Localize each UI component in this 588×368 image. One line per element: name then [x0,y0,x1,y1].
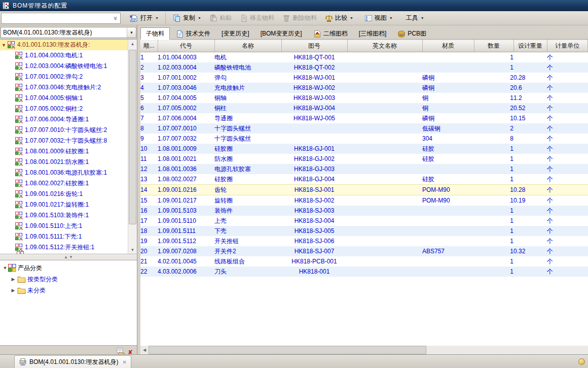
delete-material-button[interactable]: 删除物料 [279,12,320,24]
cell-unit: 个 [547,195,588,206]
tree-item[interactable]: 1.02.003.0004:磷酸铁锂电池:1 [0,61,128,72]
table-row[interactable]: 16 1.09.001.5103 装饰件 HK818-SJ-003 1 个 [140,206,588,216]
column-header[interactable]: 图号 [281,40,347,52]
tree-item[interactable]: 1.09.001.5110:上壳:1 [0,221,128,231]
table-row[interactable]: 6 1.07.005.0002 铜柱 HK818-WJ-004 铜 2 0.52… [140,103,588,113]
table-row[interactable]: 12 1.08.001.0036 电源孔软胶塞 HK818-GJ-003 1 个 [140,164,588,174]
table-row[interactable]: 7 1.07.006.0004 导通圈 HK818-WJ-005 磷铜 1 0.… [140,113,588,123]
bom-view-tab[interactable]: BOM(4.01.001.0130:理发器机身) ✕ [14,355,131,368]
table-row[interactable]: 17 1.09.001.5110 上壳 HK818-SJ-004 1 个 [140,216,588,226]
compare-button[interactable]: 比较 ▼ [321,12,357,24]
tab-label: 二维图档 [323,29,348,38]
column-header[interactable]: 数量 [474,40,513,52]
detail-tab[interactable]: [BOM变更历史] [255,28,307,39]
tree-item[interactable]: 1.08.001.0021:防水圈:1 [0,157,128,168]
column-header[interactable]: 设计重量 [513,40,547,52]
table-row[interactable]: 8 1.07.007.0010 十字圆头螺丝 低碳钢 2 个 [140,123,588,133]
paste-button[interactable]: 粘贴 [206,12,235,24]
tree-item[interactable]: 1.07.007.0010:十字圆头螺丝:2 [0,125,128,136]
detail-tab[interactable]: 技术文件 [171,28,215,39]
table-row[interactable]: 13 1.08.002.0027 硅胶圈 HK818-GJ-004 硅胶 1 个 [140,174,588,185]
folder-icon [17,276,26,283]
cell-seq: 13 [140,174,158,185]
tree-item[interactable]: 1.08.001.0036:电源孔软胶塞:1 [0,168,128,178]
column-header[interactable]: 计量单位 [547,40,588,52]
table-row[interactable]: 18 1.09.001.5111 下壳 HK818-SJ-005 1 个 [140,226,588,236]
column-header[interactable]: 代号 [158,40,214,52]
chevron-down-icon[interactable]: ▼ [2,43,8,48]
cell-english [347,236,422,246]
copy-icon [173,14,181,22]
classification-folder[interactable]: ▶ 未分类 [0,285,137,296]
tree-item[interactable]: 1.01.004.0003:电机:1 [0,50,128,61]
remove-material-button[interactable]: 移去物料 [236,12,278,24]
table-row[interactable]: 19 1.09.001.5112 开关推钮 HK818-SJ-006 1 个 [140,236,588,246]
column-header[interactable]: 名称 [214,40,281,52]
table-row[interactable]: 3 1.07.001.0002 弹勾 HK818-WJ-001 磷铜 2 0.2… [140,73,588,83]
tree-item[interactable]: 1.07.007.0032:十字圆头螺丝:8 [0,136,128,146]
column-header[interactable]: 材质 [422,40,474,52]
scroll-down-icon[interactable]: ▼ [128,246,137,254]
table-hscrollbar[interactable]: ◀ [140,346,588,354]
hscrollbar-thumb[interactable] [149,346,426,354]
chevron-right-icon[interactable]: ▶ [10,277,16,282]
table-row[interactable]: 21 4.02.001.0045 线路板组合 HK818-PCB-001 1 个 [140,256,588,266]
chevron-down-icon[interactable]: ▼ [2,265,8,271]
tree-item[interactable]: 1.07.003.0046:充电接触片:2 [0,82,128,93]
detail-tab[interactable]: 二维图档 [308,28,353,39]
tree-item[interactable]: 1.09.001.0216:齿轮:1 [0,189,128,199]
table-row[interactable]: 22 4.03.002.0006 刀头 HK818-001 1 个 [140,266,588,277]
tree-item[interactable]: 1.08.002.0027:硅胶圈:1 [0,178,128,189]
panel-splitter[interactable]: ▲ ▼ [0,254,137,260]
detail-tab[interactable]: [变更历史] [216,28,254,39]
tools-button[interactable]: 工具 ▼ [402,12,428,24]
tree-item[interactable]: 1.07.006.0004:导通圈:1 [0,114,128,125]
tree-item[interactable]: 1.07.004.0005:铜轴:1 [0,93,128,104]
combo-overflow-icon[interactable]: » [113,16,118,20]
tree-item[interactable]: 1.09.001.5111:下壳:1 [0,231,128,242]
tree-item[interactable]: 1.09.001.0217:旋转圈:1 [0,199,128,210]
table-row[interactable]: 2 1.02.003.0004 磷酸铁锂电池 HK818-QT-002 1 个 [140,62,588,73]
view-button[interactable]: 视图 ▼ [361,12,396,24]
scroll-left-icon[interactable]: ◀ [140,348,149,352]
close-icon[interactable]: ✕ [122,359,126,365]
table-row[interactable]: 14 1.09.001.0216 齿轮 HK818-SJ-001 POM-M90… [140,185,588,195]
tree-item[interactable]: 1.07.001.0002:弹勾:2 [0,72,128,82]
chevron-down-icon[interactable]: ▼ [127,27,136,38]
tree-scrollbar[interactable]: ▲ ▼ [128,40,137,254]
cell-seq: 7 [140,113,158,123]
classification-folder[interactable]: ▶ 按类型分类 [0,274,137,285]
table-row[interactable]: 15 1.09.001.0217 旋转圈 HK818-SJ-002 POM-M9… [140,195,588,206]
detail-tab[interactable]: PCB图 [392,28,431,39]
scroll-up-icon[interactable]: ▲ [128,40,137,48]
table-row[interactable]: 11 1.08.001.0021 防水圈 HK818-GJ-002 硅胶 1 个 [140,154,588,164]
part-icon [15,180,23,188]
remove-material-icon [240,14,248,22]
copy-button[interactable]: 复制 ▼ [169,12,205,24]
table-row[interactable]: 20 1.09.007.0208 开关件2 HK818-SJ-007 ABS75… [140,246,588,256]
detail-tab[interactable]: 子物料 [140,27,170,40]
table-row[interactable]: 10 1.08.001.0009 硅胶圈 HK818-GJ-001 硅胶 1 个 [140,144,588,154]
quick-filter-combo[interactable]: » [1,13,121,24]
splitter-down-icon[interactable]: ▼ [69,255,73,259]
scrollbar-thumb[interactable] [129,50,136,224]
open-button[interactable]: 打开 ▼ [126,12,162,24]
table-row[interactable]: 1 1.01.004.0003 电机 HK818-QT-001 1 个 [140,52,588,63]
tree-item[interactable]: 1.08.001.0009:硅胶圈:1 [0,146,128,157]
tree-item[interactable]: 1.09.001.5103:装饰件:1 [0,210,128,221]
column-header[interactable]: 英文名称 [347,40,422,52]
table-row[interactable]: 9 1.07.007.0032 十字圆头螺丝 304 8 个 [140,133,588,144]
tree-item[interactable]: 1.07.005.0002:铜柱:2 [0,104,128,114]
table-row[interactable]: 4 1.07.003.0046 充电接触片 HK818-WJ-002 磷铜 2 … [140,83,588,93]
classification-root[interactable]: ▼ 产品分类 [0,262,137,274]
table-row[interactable]: 5 1.07.004.0005 铜轴 HK818-WJ-003 铜 1 1.2 … [140,93,588,103]
cell-unit: 个 [547,266,588,277]
tree-item-label: 1.09.001.5112:开关推钮:1 [25,243,94,252]
bom-selector[interactable]: BOM(4.01.001.0130:理发器机身) ▼ [1,27,136,38]
cell-name: 开关件2 [214,246,281,256]
detail-tab[interactable]: [三维图档] [354,28,392,39]
chevron-right-icon[interactable]: ▶ [10,288,16,293]
splitter-up-icon[interactable]: ▲ [64,255,68,259]
tree-root-item[interactable]: ▼ 4.01.001.0130:理发器机身: [0,40,128,50]
column-header[interactable]: 顺... [140,40,158,52]
